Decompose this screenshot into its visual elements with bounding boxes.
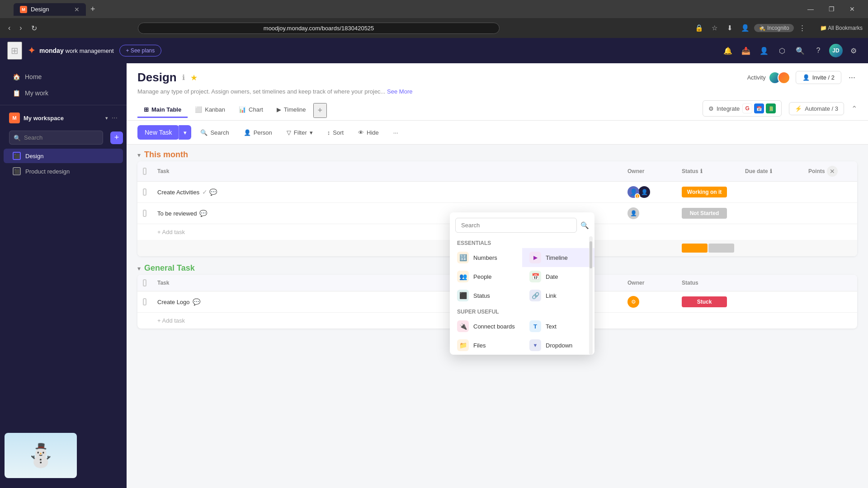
reload-button[interactable]: ↻ [28, 22, 40, 34]
help-icon[interactable]: ? [811, 43, 826, 58]
dropdown-item-timeline[interactable]: ▶ Timeline [522, 248, 594, 267]
download-icon[interactable]: ⬇ [723, 21, 737, 35]
add-view-button[interactable]: + [313, 103, 327, 118]
td-owner-g1[interactable]: ⚙ [622, 291, 676, 312]
favorites-icon[interactable]: ☆ [708, 21, 722, 35]
people-icon[interactable]: 👤 [757, 43, 771, 58]
task-check-icon[interactable]: ✓ [202, 188, 208, 196]
td-due-date-2[interactable] [740, 209, 803, 218]
automate-button[interactable]: ⚡ Automate / 3 [789, 102, 844, 115]
sidebar-item-product-redesign[interactable]: ⬛ Product redesign [4, 164, 123, 178]
sidebar-item-design[interactable]: ⬛ Design [4, 149, 123, 163]
dropdown-item-text[interactable]: T Text [522, 317, 594, 336]
tab-kanban[interactable]: ⬜ Kanban [189, 103, 231, 118]
dropdown-item-numbers[interactable]: 🔢 Numbers [450, 248, 522, 267]
person-filter-button[interactable]: 👤 Person [238, 126, 278, 139]
sidebar-item-mywork[interactable]: 📋 My work [4, 86, 123, 100]
status-info-icon[interactable]: ℹ [700, 168, 703, 174]
new-tab-button[interactable]: + [87, 3, 99, 16]
workspace-header[interactable]: M My workspace ▾ ··· [0, 109, 127, 127]
td-status-1[interactable]: Working on it [676, 182, 740, 202]
group-title-general[interactable]: General Task [144, 263, 195, 273]
due-date-info-icon[interactable]: ℹ [770, 168, 772, 174]
td-due-date-1[interactable] [740, 188, 803, 197]
dropdown-item-people[interactable]: 👥 People [450, 267, 522, 286]
new-task-dropdown-button[interactable]: ▾ [179, 125, 191, 140]
close-button[interactable]: ✕ [842, 2, 863, 16]
extension-icon[interactable]: 🔒 [693, 21, 706, 35]
dropdown-item-status[interactable]: ⬛ Status [450, 286, 522, 305]
dropdown-item-files[interactable]: 📁 Files [450, 336, 522, 355]
user-avatar[interactable]: JD [829, 44, 843, 57]
scrollbar-track[interactable] [589, 236, 593, 355]
status-badge-g1: Stuck [682, 296, 727, 307]
settings-icon[interactable]: ⚙ [846, 43, 861, 58]
tab-close-icon[interactable]: ✕ [74, 6, 80, 13]
sort-label: Sort [333, 129, 344, 136]
inbox-icon[interactable]: 📥 [739, 43, 753, 58]
tab-chart[interactable]: 📊 Chart [232, 103, 269, 118]
tab-timeline[interactable]: ▶ Timeline [270, 103, 312, 118]
sort-button[interactable]: ↕ Sort [322, 126, 349, 139]
row-checkbox-2[interactable] [143, 210, 146, 217]
search-toolbar-button[interactable]: 🔍 Search [195, 126, 234, 139]
td-owner-2[interactable]: 👤 [622, 203, 676, 224]
column-search-input[interactable] [455, 218, 577, 233]
new-task-button[interactable]: New Task [137, 125, 179, 140]
sidebar-item-home[interactable]: 🏠 Home [4, 70, 123, 84]
workspace-more-icon[interactable]: ··· [112, 114, 118, 122]
invite-button[interactable]: 👤 Invite / 2 [796, 71, 841, 84]
sidebar-add-button[interactable]: + [110, 131, 123, 144]
minimize-button[interactable]: — [800, 2, 821, 16]
hide-button[interactable]: 👁 Hide [353, 126, 384, 139]
activity-button[interactable]: Activity [747, 71, 790, 84]
settings-icon[interactable]: ⋮ [796, 21, 809, 35]
apps-icon[interactable]: ⬡ [775, 43, 789, 58]
task-chat-icon[interactable]: 💬 [209, 188, 217, 196]
td-task-1[interactable]: Create Activities ✓ 💬 [152, 184, 622, 200]
td-status-g1[interactable]: Stuck [676, 292, 740, 312]
collapse-button[interactable]: ⌃ [851, 104, 857, 113]
maximize-button[interactable]: ❐ [821, 2, 842, 16]
workspace-chevron-icon: ▾ [105, 115, 108, 121]
sidebar-search-input[interactable] [9, 131, 103, 145]
dropdown-item-date[interactable]: 📅 Date [522, 267, 594, 286]
td-points-2[interactable] [803, 209, 857, 218]
board-info-icon[interactable]: ℹ [182, 73, 185, 82]
forward-button[interactable]: › [17, 22, 24, 34]
td-status-2[interactable]: Not Started [676, 203, 740, 223]
dropdown-item-dropdown[interactable]: ▼ Dropdown [522, 336, 594, 355]
address-input[interactable] [138, 23, 500, 34]
back-button[interactable]: ‹ [5, 22, 13, 34]
profile-icon[interactable]: 👤 [739, 21, 752, 35]
td-points-1[interactable] [803, 188, 857, 197]
td-extra2-g1[interactable] [803, 297, 857, 306]
row-checkbox-1[interactable] [143, 188, 146, 196]
scrollbar-thumb[interactable] [590, 241, 592, 268]
board-more-icon[interactable]: ··· [847, 71, 857, 84]
task-chat-icon-2[interactable]: 💬 [199, 210, 207, 217]
bell-icon[interactable]: 🔔 [721, 43, 735, 58]
group-chevron-general[interactable]: ▾ [137, 265, 141, 272]
select-all-checkbox[interactable] [143, 168, 146, 175]
integrate-button[interactable]: ⚙ Integrate G 📅 📗 [703, 100, 782, 117]
task-chat-icon-g1[interactable]: 💬 [193, 298, 200, 305]
td-extra-g1[interactable] [740, 297, 803, 306]
filter-button[interactable]: ▽ Filter ▾ [281, 126, 318, 139]
select-all-checkbox-g[interactable] [143, 279, 146, 286]
dropdown-item-link[interactable]: 🔗 Link [522, 286, 594, 305]
group-chevron-this-month[interactable]: ▾ [137, 151, 141, 159]
active-tab[interactable]: M Design ✕ [14, 3, 86, 16]
app-grid-button[interactable]: ⊞ [7, 42, 22, 60]
close-points-column-button[interactable]: ✕ [827, 166, 838, 177]
row-checkbox-g1[interactable] [143, 298, 146, 305]
board-star-icon[interactable]: ★ [190, 73, 198, 83]
more-toolbar-button[interactable]: ··· [388, 126, 404, 139]
search-icon[interactable]: 🔍 [793, 43, 807, 58]
dropdown-item-connect-boards[interactable]: 🔌 Connect boards [450, 317, 522, 336]
tab-main-table[interactable]: ⊞ Main Table [137, 103, 188, 118]
see-plans-button[interactable]: + See plans [119, 45, 162, 56]
group-title-this-month[interactable]: This month [144, 150, 188, 160]
see-more-link[interactable]: See More [387, 88, 412, 95]
td-owner-1[interactable]: 👤 1 👤 [622, 182, 676, 202]
